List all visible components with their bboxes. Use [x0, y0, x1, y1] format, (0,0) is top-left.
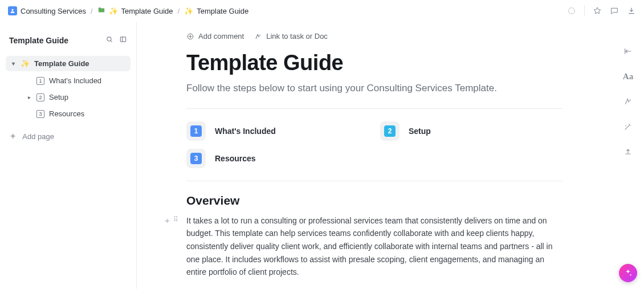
comment-icon[interactable] [610, 6, 619, 15]
toc-card-whats-included[interactable]: 1 What's Included [186, 121, 369, 141]
link-task-label: Link to task or Doc [266, 32, 328, 40]
add-page-label: Add page [22, 132, 54, 141]
toc-cards: 1 What's Included 2 Setup 3 Resources [186, 121, 563, 168]
breadcrumb-sep: / [89, 7, 94, 15]
sidebar-item-resources[interactable]: 3 Resources [22, 105, 131, 122]
toc-label: Setup [409, 127, 431, 136]
main: Add comment Link to task or Doc Template… [137, 22, 612, 289]
paragraph-block[interactable]: + ⠿ It takes a lot to run a consulting o… [186, 214, 563, 279]
overview-paragraph[interactable]: It takes a lot to run a consulting or pr… [186, 214, 563, 279]
toc-label: Resources [215, 154, 256, 163]
sidebar-item-label: Resources [49, 109, 84, 118]
doc-actions: Add comment Link to task or Doc [186, 30, 563, 51]
share-icon[interactable] [622, 146, 634, 157]
sidebar-item-template-guide[interactable]: ▾ ✨ Template Guide [6, 56, 131, 71]
typography-button[interactable]: Aa [622, 71, 634, 82]
breadcrumb-sep: / [177, 7, 181, 15]
divider [186, 181, 563, 181]
toc-num: 3 [190, 153, 202, 164]
divider [584, 5, 585, 17]
add-page-button[interactable]: + Add page [6, 127, 131, 146]
svg-point-0 [11, 9, 13, 11]
num-badge: 2 [36, 93, 44, 101]
search-icon[interactable] [105, 35, 113, 46]
ai-fab[interactable] [619, 264, 637, 282]
overview-heading[interactable]: Overview [186, 194, 563, 207]
svg-point-1 [569, 8, 575, 14]
add-comment-label: Add comment [198, 32, 244, 40]
toc-num: 2 [384, 125, 396, 137]
breadcrumb-root[interactable]: Consulting Services [21, 7, 86, 15]
toc-label: What's Included [215, 127, 276, 136]
sidebar-header: Template Guide [6, 30, 131, 56]
svg-rect-3 [120, 37, 125, 42]
chevron-down-icon: ▾ [10, 60, 16, 67]
drag-handle-icon[interactable]: ⠿ [173, 215, 177, 225]
sidebar-item-setup[interactable]: ▸ 2 Setup [22, 89, 131, 105]
download-icon[interactable] [627, 6, 636, 15]
workspace-icon[interactable] [8, 6, 17, 15]
right-rail: Aa [612, 40, 644, 157]
add-comment-button[interactable]: Add comment [186, 32, 244, 40]
magic-wand-icon[interactable] [622, 121, 634, 132]
sidebar-children: 1 What's Included ▸ 2 Setup 3 Resources [6, 72, 131, 122]
plus-icon: + [10, 131, 15, 141]
page-title[interactable]: Template Guide [186, 51, 563, 75]
breadcrumb-folder[interactable]: Template Guide [121, 7, 173, 15]
page-subtitle[interactable]: Follow the steps below to start using yo… [186, 81, 563, 96]
num-badge: 3 [36, 110, 44, 118]
sidebar-item-whats-included[interactable]: 1 What's Included [22, 72, 131, 89]
num-badge: 1 [36, 77, 44, 85]
sidebar-item-label: What's Included [49, 76, 101, 85]
add-block-icon[interactable]: + [165, 215, 170, 225]
svg-point-2 [107, 37, 111, 41]
star-icon[interactable] [593, 6, 602, 15]
sparkle-icon: ✨ [184, 7, 193, 15]
ai-suggest-icon[interactable] [622, 96, 634, 107]
block-gutter: + ⠿ [165, 215, 177, 225]
link-task-button[interactable]: Link to task or Doc [254, 32, 328, 40]
breadcrumb-page[interactable]: Template Guide [197, 7, 248, 15]
topbar: Consulting Services / ✨ Template Guide /… [0, 0, 644, 22]
sidebar-title: Template Guide [9, 36, 68, 45]
collapse-icon[interactable] [622, 46, 634, 57]
sidebar-item-label: Setup [49, 93, 68, 101]
folder-icon [97, 6, 105, 16]
toc-card-resources[interactable]: 3 Resources [186, 149, 369, 168]
topbar-actions [567, 5, 636, 17]
sparkle-icon: ✨ [21, 59, 30, 68]
sidebar: Template Guide ▾ ✨ Template Guide 1 What… [0, 22, 137, 289]
sidebar-root-label: Template Guide [34, 59, 89, 68]
toc-card-setup[interactable]: 2 Setup [380, 121, 563, 141]
sparkle-icon: ✨ [109, 7, 118, 15]
divider [186, 108, 563, 109]
badge-dashed-icon[interactable] [567, 6, 576, 15]
chevron-right-icon: ▸ [26, 94, 32, 100]
panel-toggle-icon[interactable] [119, 35, 127, 46]
doc-content: Add comment Link to task or Doc Template… [186, 22, 563, 279]
breadcrumb: Consulting Services / ✨ Template Guide /… [8, 6, 248, 16]
toc-num: 1 [190, 125, 202, 137]
